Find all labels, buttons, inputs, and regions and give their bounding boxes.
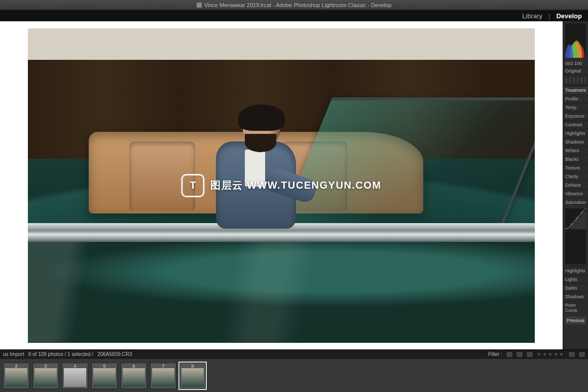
filter-color-icon[interactable]	[569, 352, 575, 357]
source-label[interactable]: us Import	[3, 351, 24, 357]
photo-region-seat	[129, 141, 195, 210]
slider-clarity[interactable]: Clarity	[563, 172, 588, 181]
point-curve-row[interactable]: Point Curve	[563, 301, 588, 314]
module-library[interactable]: Library	[520, 12, 544, 20]
work-area: T 图层云 WWW.TUCENGYUN.COM ISO 100 Original…	[0, 21, 588, 349]
redeye-tool-icon[interactable]	[573, 77, 575, 83]
develop-right-panel[interactable]: ISO 100 Original Treatment Profile : Tem…	[563, 21, 588, 349]
tone-shadows[interactable]: Shadows	[563, 292, 588, 301]
crop-tool-icon[interactable]	[565, 77, 567, 83]
thumb-image	[152, 368, 174, 387]
filmstrip-thumb[interactable]: 6	[121, 363, 147, 389]
thumb-image	[5, 368, 27, 387]
thumb-image	[34, 368, 57, 387]
exif-iso: ISO 100	[563, 60, 588, 67]
app-icon	[197, 3, 202, 8]
tone-highlights[interactable]: Highlights	[563, 266, 588, 275]
filter-reject-icon[interactable]	[527, 352, 533, 357]
thumb-image	[123, 368, 145, 387]
window-title: Vince Menswear 2019.lrcat - Adobe Photos…	[204, 2, 392, 8]
photo-region-subject	[200, 110, 312, 242]
filmstrip-toolbar: us Import 8 of 109 photos / 1 selected /…	[0, 349, 588, 359]
slider-highlights[interactable]: Highlights	[563, 129, 588, 137]
thumb-image	[64, 368, 86, 387]
filter-flag-icon[interactable]	[506, 352, 512, 357]
radial-tool-icon[interactable]	[580, 77, 582, 83]
filter-rating-stars[interactable]: ★★★★★	[537, 351, 565, 357]
filmstrip-thumb[interactable]: 3	[32, 363, 59, 389]
filmstrip-thumb[interactable]: 2	[3, 363, 29, 389]
filmstrip-thumb[interactable]: 8	[179, 363, 206, 389]
main-photo: T 图层云 WWW.TUCENGYUN.COM	[28, 28, 535, 343]
filmstrip-thumb[interactable]: 5	[91, 363, 118, 389]
filmstrip[interactable]: 2345678	[0, 359, 588, 392]
filter-lock-icon[interactable]	[579, 352, 585, 357]
tone-lights[interactable]: Lights	[563, 275, 588, 283]
profile-row[interactable]: Profile :	[563, 94, 588, 103]
module-develop[interactable]: Develop	[554, 12, 584, 20]
previous-button[interactable]: Previous	[565, 316, 586, 325]
photo-region-hood	[28, 242, 535, 342]
slider-saturation[interactable]: Saturation	[563, 198, 588, 206]
filmstrip-thumb[interactable]: 4	[62, 363, 88, 389]
slider-blacks[interactable]: Blacks	[563, 155, 588, 163]
slider-exposure[interactable]: Exposure	[563, 112, 588, 120]
module-separator: |	[548, 12, 550, 20]
brush-tool-icon[interactable]	[584, 77, 586, 83]
thumb-image	[93, 368, 116, 387]
module-picker: Library | Develop	[0, 10, 588, 21]
photo-count: 8 of 109 photos / 1 selected /	[28, 351, 93, 357]
spot-tool-icon[interactable]	[569, 77, 571, 83]
local-tools-strip	[563, 75, 588, 86]
slider-temp[interactable]: Temp	[563, 103, 588, 112]
slider-vibrance[interactable]: Vibrance	[563, 189, 588, 198]
slider-dehaze[interactable]: Dehaze	[563, 181, 588, 189]
loupe-view[interactable]: T 图层云 WWW.TUCENGYUN.COM	[0, 21, 563, 349]
tone-curve[interactable]	[565, 208, 586, 264]
histogram[interactable]	[565, 23, 586, 58]
filter-pick-icon[interactable]	[517, 352, 523, 357]
original-toggle[interactable]: Original	[563, 67, 588, 75]
window-titlebar: Vince Menswear 2019.lrcat - Adobe Photos…	[0, 0, 588, 10]
treatment-header[interactable]: Treatment	[563, 86, 588, 94]
current-filename: 206A5839.CR3	[97, 351, 132, 357]
filter-label: Filter :	[488, 351, 502, 357]
slider-texture[interactable]: Texture	[563, 163, 588, 172]
thumb-image	[181, 368, 204, 387]
slider-contrast[interactable]: Contrast	[563, 120, 588, 129]
slider-shadows[interactable]: Shadows	[563, 137, 588, 146]
grad-tool-icon[interactable]	[577, 77, 579, 83]
tone-darks[interactable]: Darks	[563, 283, 588, 292]
slider-whites[interactable]: Whites	[563, 146, 588, 155]
filmstrip-thumb[interactable]: 7	[150, 363, 176, 389]
photo-region-windshield	[281, 97, 535, 223]
